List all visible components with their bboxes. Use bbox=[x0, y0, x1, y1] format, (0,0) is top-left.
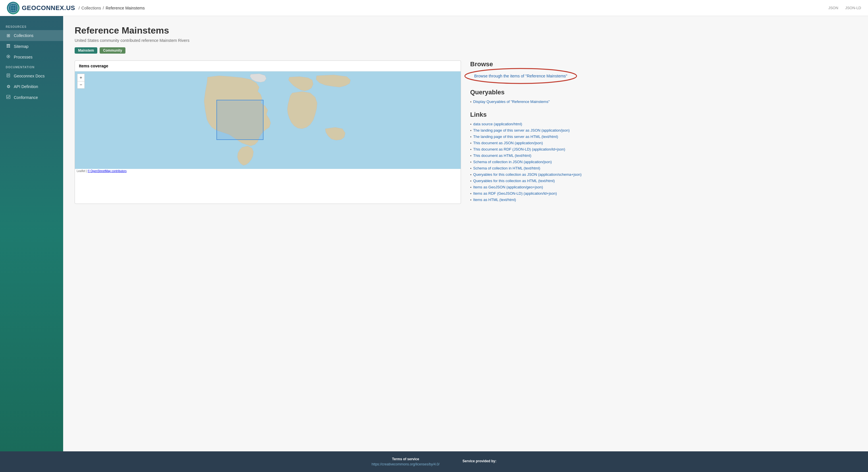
map-title: Items coverage bbox=[75, 61, 461, 71]
links-item-5[interactable]: This document as HTML (text/html) bbox=[473, 154, 532, 158]
main-content: Reference Mainstems United States commun… bbox=[63, 16, 868, 451]
osm-link[interactable]: © OpenStreetMap contributors bbox=[88, 169, 127, 173]
sidebar-processes-label: Processes bbox=[14, 55, 32, 59]
links-list-item: Schema of collection in HTML (text/html) bbox=[470, 166, 857, 171]
links-item-4[interactable]: This document as RDF (JSON-LD) (applicat… bbox=[473, 147, 565, 151]
collections-icon: ⊞ bbox=[6, 33, 11, 38]
links-section: Links data source (application/html)The … bbox=[470, 111, 857, 202]
page-subtitle: United States community contributed refe… bbox=[74, 38, 857, 43]
links-item-0[interactable]: data source (application/html) bbox=[473, 122, 522, 126]
footer-service: Service provided by: bbox=[462, 459, 496, 464]
queryables-heading: Queryables bbox=[470, 89, 857, 96]
api-icon: ⚙ bbox=[6, 84, 11, 89]
tag-mainstem: Mainstem bbox=[74, 47, 97, 54]
links-item-3[interactable]: This document as JSON (application/json) bbox=[473, 141, 543, 145]
sitemap-icon bbox=[6, 44, 11, 49]
json-link[interactable]: JSON bbox=[828, 6, 838, 10]
links-item-8[interactable]: Queryables for this collection as JSON (… bbox=[473, 172, 582, 177]
footer: Terms of service https://creativecommons… bbox=[0, 451, 868, 472]
footer-terms: Terms of service https://creativecommons… bbox=[372, 457, 440, 466]
sidebar-item-api-definition[interactable]: ⚙ API Definition bbox=[0, 81, 63, 92]
topnav: GEOCONNEX.US / Collections / Reference M… bbox=[0, 0, 868, 16]
topnav-left: GEOCONNEX.US / Collections / Reference M… bbox=[7, 2, 145, 14]
footer-terms-link[interactable]: https://creativecommons.org/licenses/by/… bbox=[372, 462, 440, 466]
footer-terms-label: Terms of service bbox=[372, 457, 440, 461]
breadcrumb-collections[interactable]: Collections bbox=[82, 6, 101, 10]
links-list-item: Items as GeoJSON (application/geo+json) bbox=[470, 185, 857, 190]
topnav-right: JSON JSON-LD bbox=[828, 6, 861, 10]
links-list-item: This document as JSON (application/json) bbox=[470, 141, 857, 145]
svg-rect-5 bbox=[7, 44, 10, 45]
sidebar-item-collections[interactable]: ⊞ Collections bbox=[0, 30, 63, 41]
sidebar-geodocs-label: Geoconnex Docs bbox=[14, 74, 44, 78]
map-container: + − bbox=[75, 71, 461, 169]
right-panel: Browse Browse through the items of "Refe… bbox=[470, 61, 857, 204]
breadcrumb-current: Reference Mainstems bbox=[105, 6, 145, 10]
links-item-1[interactable]: The landing page of this server as JSON … bbox=[473, 128, 570, 133]
links-list-item: This document as RDF (JSON-LD) (applicat… bbox=[470, 147, 857, 152]
sidebar-sitemap-label: Sitemap bbox=[14, 44, 28, 49]
svg-point-10 bbox=[8, 56, 9, 57]
links-list: data source (application/html)The landin… bbox=[470, 122, 857, 202]
links-list-item: The landing page of this server as HTML … bbox=[470, 134, 857, 139]
browse-heading: Browse bbox=[470, 61, 857, 68]
links-list-item: Queryables for this collection as HTML (… bbox=[470, 179, 857, 183]
json-ld-link[interactable]: JSON-LD bbox=[845, 6, 861, 10]
queryables-link[interactable]: Display Queryables of "Reference Mainste… bbox=[473, 100, 550, 104]
map-controls: + − bbox=[77, 74, 85, 89]
map-section: Items coverage bbox=[74, 61, 461, 204]
breadcrumb-sep2: / bbox=[103, 6, 104, 10]
logo-icon bbox=[7, 2, 20, 14]
docs-icon bbox=[6, 73, 11, 78]
queryables-list: Display Queryables of "Reference Mainste… bbox=[470, 100, 857, 104]
sidebar-api-label: API Definition bbox=[14, 84, 38, 89]
links-list-item: data source (application/html) bbox=[470, 122, 857, 127]
links-list-item: This document as HTML (text/html) bbox=[470, 154, 857, 158]
links-list-item: Items as HTML (text/html) bbox=[470, 198, 857, 202]
sidebar-item-sitemap[interactable]: Sitemap bbox=[0, 41, 63, 52]
links-item-2[interactable]: The landing page of this server as HTML … bbox=[473, 134, 558, 139]
sidebar-conformance-label: Conformance bbox=[14, 95, 38, 100]
sidebar-resources-label: RESOURCES bbox=[0, 22, 63, 30]
svg-rect-7 bbox=[9, 45, 10, 46]
links-list-item: Schema of collection in JSON (applicatio… bbox=[470, 160, 857, 164]
links-item-10[interactable]: Items as GeoJSON (application/geo+json) bbox=[473, 185, 543, 189]
browse-link[interactable]: Browse through the items of "Reference M… bbox=[470, 71, 571, 80]
sidebar-collections-label: Collections bbox=[14, 33, 33, 38]
sidebar-item-conformance[interactable]: Conformance bbox=[0, 92, 63, 103]
queryables-list-item: Display Queryables of "Reference Mainste… bbox=[470, 100, 857, 104]
links-item-7[interactable]: Schema of collection in HTML (text/html) bbox=[473, 166, 540, 170]
links-list-item: The landing page of this server as JSON … bbox=[470, 128, 857, 133]
logo-text: GEOCONNEX.US bbox=[22, 4, 75, 12]
layout: RESOURCES ⊞ Collections Sitemap bbox=[0, 16, 868, 451]
zoom-out-button[interactable]: − bbox=[77, 81, 85, 89]
browse-link-wrapper: Browse through the items of "Reference M… bbox=[470, 71, 571, 80]
sidebar-item-geoconnex-docs[interactable]: Geoconnex Docs bbox=[0, 71, 63, 81]
content-grid: Items coverage bbox=[74, 61, 857, 204]
links-item-6[interactable]: Schema of collection in JSON (applicatio… bbox=[473, 160, 552, 164]
sidebar-docs-label: DOCUMENTATION bbox=[0, 62, 63, 71]
links-item-12[interactable]: Items as HTML (text/html) bbox=[473, 198, 516, 202]
footer-service-label: Service provided by: bbox=[462, 459, 496, 463]
tags: Mainstem Community bbox=[74, 47, 857, 54]
svg-rect-15 bbox=[7, 95, 10, 99]
svg-rect-8 bbox=[7, 47, 8, 47]
breadcrumb: / Collections / Reference Mainstems bbox=[79, 6, 145, 10]
page-title: Reference Mainstems bbox=[74, 25, 857, 36]
links-item-11[interactable]: Items as RDF (GeoJSON-LD) (application/l… bbox=[473, 191, 557, 196]
logo-area: GEOCONNEX.US bbox=[7, 2, 75, 14]
breadcrumb-sep1: / bbox=[79, 6, 80, 10]
conformance-icon bbox=[6, 95, 11, 100]
svg-rect-9 bbox=[9, 47, 10, 47]
tag-community: Community bbox=[100, 47, 125, 54]
map-attribution: Leaflet | © OpenStreetMap contributors bbox=[75, 169, 461, 173]
zoom-in-button[interactable]: + bbox=[77, 74, 85, 81]
sidebar: RESOURCES ⊞ Collections Sitemap bbox=[0, 16, 63, 451]
svg-rect-17 bbox=[217, 100, 263, 140]
links-list-item: Queryables for this collection as JSON (… bbox=[470, 172, 857, 177]
links-heading: Links bbox=[470, 111, 857, 119]
links-item-9[interactable]: Queryables for this collection as HTML (… bbox=[473, 179, 555, 183]
processes-icon bbox=[6, 55, 11, 59]
links-list-item: Items as RDF (GeoJSON-LD) (application/l… bbox=[470, 191, 857, 196]
sidebar-item-processes[interactable]: Processes bbox=[0, 52, 63, 62]
